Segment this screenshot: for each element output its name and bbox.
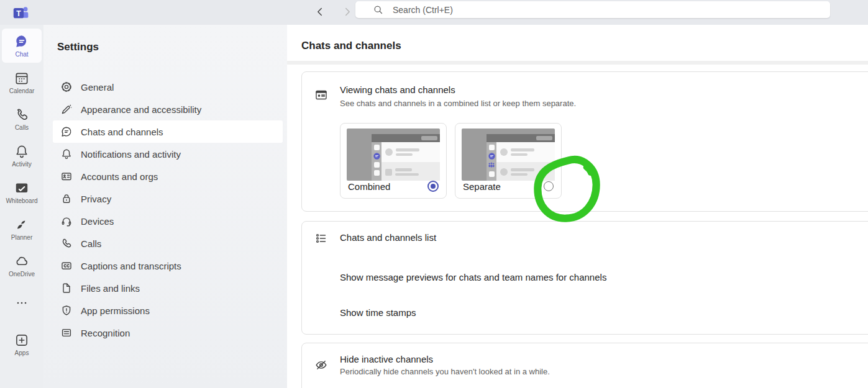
calendar-icon [14,70,30,86]
rail-label: Calendar [9,88,35,94]
settings-item-notifications[interactable]: Notifications and activity [43,143,287,165]
option-combined[interactable]: Combined [340,123,447,199]
rail-item-more[interactable] [0,289,43,317]
settings-item-files[interactable]: Files and links [43,277,287,299]
search-placeholder: Search (Ctrl+E) [393,5,453,15]
settings-item-label: Recognition [81,328,130,338]
settings-item-chats-and-channels[interactable]: Chats and channels [43,120,287,143]
chat-bubble-icon [60,125,73,138]
rail-item-apps[interactable]: Apps [0,326,43,363]
rail-label: Whiteboard [6,197,37,204]
combined-thumbnail [347,129,440,181]
rail-item-onedrive[interactable]: OneDrive [0,247,43,284]
settings-item-label: Chats and channels [81,127,163,137]
headset-icon [60,215,73,227]
header-divider [287,61,868,65]
search-icon [373,4,383,15]
phone-icon [60,237,73,250]
file-icon [60,282,73,294]
teams-logo-icon: T [12,4,30,21]
chats-list-card: Chats and channels list Show message pre… [301,221,868,335]
option-separate[interactable]: Separate [455,123,562,199]
rail-item-planner[interactable]: Planner [0,210,43,247]
settings-item-label: Files and links [81,283,140,294]
rail-item-whiteboard[interactable]: Whiteboard [0,174,43,210]
chat-icon [14,34,30,50]
section-title: Chats and channels list [340,232,436,243]
rail-item-activity[interactable]: Activity [0,137,43,174]
gear-icon [60,81,73,93]
settings-item-accounts[interactable]: Accounts and orgs [43,165,287,187]
closed-captions-icon [60,259,73,272]
rail-label: Chat [15,51,28,58]
lock-icon [60,192,73,205]
option-label: Separate [463,181,501,192]
apps-icon [14,332,30,348]
settings-sidebar: Settings General Appearance and accessib… [43,25,287,388]
settings-item-devices[interactable]: Devices [43,210,287,232]
mini-chat-icon [488,153,495,160]
settings-item-label: Captions and transcripts [81,261,181,271]
svg-text:T: T [16,9,21,18]
ellipsis-icon [14,296,29,310]
settings-main-panel: Chats and channels Viewing chats and cha… [287,25,868,388]
settings-item-privacy[interactable]: Privacy [43,187,287,210]
document-lines-icon [60,327,73,339]
eye-off-icon [314,358,328,372]
settings-title: Settings [57,41,99,53]
phone-icon [14,107,30,123]
rail-label: Apps [15,350,29,356]
settings-item-general[interactable]: General [43,76,287,98]
bell-icon [14,143,30,160]
section-subtitle: Periodically hide channels you haven't l… [340,367,550,376]
cloud-icon [14,253,30,269]
rail-item-calendar[interactable]: Calendar [0,64,43,101]
radio-separate-unselected[interactable] [544,181,554,191]
forward-button[interactable] [338,2,357,21]
app-rail: Chat Calendar Calls Activity [0,25,43,388]
settings-item-label: Notifications and activity [81,149,181,160]
panel-layout-icon [314,88,328,102]
search-input[interactable]: Search (Ctrl+E) [355,1,830,18]
settings-item-label: Accounts and orgs [81,171,158,182]
whiteboard-icon [14,180,30,196]
bell-icon [60,148,73,160]
setting-row-time-stamps[interactable]: Show time stamps [340,307,416,318]
rail-label: Calls [15,124,29,131]
settings-item-appearance[interactable]: Appearance and accessibility [43,98,287,120]
id-card-icon [60,170,73,183]
settings-item-label: Privacy [81,194,111,204]
top-bar: T Search (Ctrl+E) [0,0,868,25]
rail-label: OneDrive [9,271,35,277]
bulleted-list-icon [314,232,328,245]
radio-combined-selected[interactable] [427,181,439,192]
mini-chat-icon [373,153,380,160]
section-title: Hide inactive channels [340,354,433,364]
rail-item-chat[interactable]: Chat [0,27,43,64]
rail-item-calls[interactable]: Calls [0,101,43,137]
settings-item-captions[interactable]: Captions and transcripts [43,255,287,277]
viewing-chats-card: Viewing chats and channels See chats and… [301,71,868,212]
shield-icon [60,304,73,317]
rail-label: Planner [11,234,32,241]
setting-row-message-previews[interactable]: Show message previews for chats and team… [340,272,606,282]
separate-thumbnail [462,129,555,181]
settings-item-label: App permissions [81,305,150,316]
settings-item-label: Devices [81,216,114,227]
pen-sparkle-icon [60,103,73,115]
settings-item-label: Appearance and accessibility [81,104,201,115]
section-title: Viewing chats and channels [340,84,455,95]
settings-item-recognition[interactable]: Recognition [43,322,287,344]
settings-item-label: General [81,82,114,92]
settings-item-label: Calls [81,238,101,249]
section-subtitle: See chats and channels in a combined lis… [340,99,576,108]
hide-inactive-card: Hide inactive channels Periodically hide… [301,343,868,388]
page-title: Chats and channels [301,40,401,52]
option-label: Combined [348,181,390,192]
settings-item-app-permissions[interactable]: App permissions [43,299,287,322]
planner-icon [14,217,30,233]
settings-item-calls[interactable]: Calls [43,232,287,255]
back-button[interactable] [311,2,329,21]
mini-teams-icon [488,162,495,169]
rail-label: Activity [12,161,32,168]
